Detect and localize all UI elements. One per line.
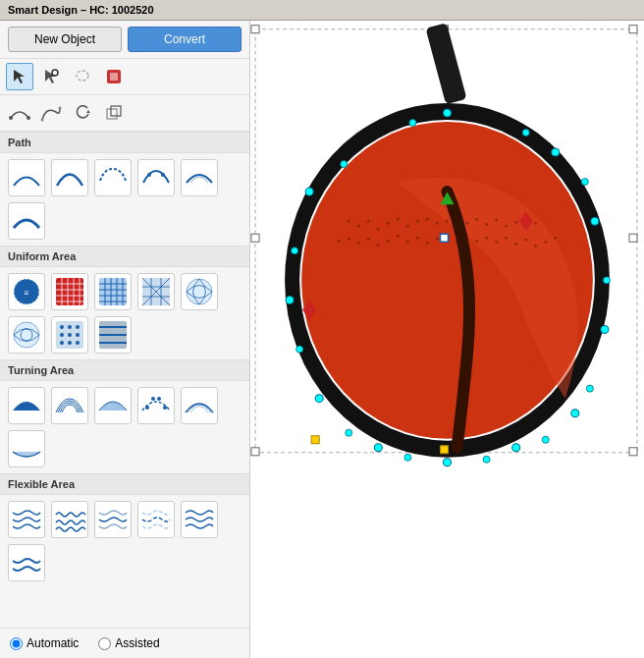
convert-button[interactable]: Convert bbox=[128, 27, 242, 52]
rotate-tool-icon[interactable] bbox=[69, 99, 96, 127]
svg-point-99 bbox=[387, 240, 390, 243]
svg-point-125 bbox=[601, 325, 609, 333]
svg-point-116 bbox=[554, 237, 557, 240]
uniform-item-1[interactable]: ≡ bbox=[8, 273, 45, 310]
turning-item-6[interactable] bbox=[8, 430, 45, 467]
path-item-2[interactable] bbox=[51, 159, 88, 196]
path-item-1[interactable] bbox=[8, 159, 45, 196]
toolbar-row-2 bbox=[0, 95, 249, 132]
uniform-item-3[interactable] bbox=[94, 273, 132, 310]
flexible-item-6[interactable] bbox=[8, 544, 45, 581]
svg-point-110 bbox=[495, 241, 498, 244]
assisted-radio-input[interactable] bbox=[98, 637, 111, 650]
flexible-item-2[interactable] bbox=[51, 501, 88, 538]
path-item-6[interactable] bbox=[8, 202, 45, 240]
color-tool-icon[interactable] bbox=[100, 63, 128, 90]
svg-point-135 bbox=[296, 346, 303, 353]
svg-point-48 bbox=[68, 333, 72, 337]
uniform-item-5[interactable] bbox=[181, 273, 218, 310]
svg-point-140 bbox=[586, 385, 593, 392]
svg-point-82 bbox=[426, 218, 429, 221]
svg-point-106 bbox=[456, 240, 458, 243]
turning-item-4[interactable] bbox=[137, 387, 175, 424]
svg-point-88 bbox=[485, 223, 488, 226]
uniform-item-6[interactable] bbox=[8, 316, 45, 354]
new-object-button[interactable]: New Object bbox=[8, 27, 122, 52]
svg-point-123 bbox=[512, 444, 520, 452]
svg-rect-11 bbox=[111, 106, 121, 116]
flexible-area-stitch-grid bbox=[0, 495, 249, 587]
assisted-radio[interactable]: Assisted bbox=[98, 636, 159, 650]
svg-rect-65 bbox=[251, 234, 259, 242]
top-buttons-row: New Object Convert bbox=[0, 21, 249, 59]
automatic-radio-input[interactable] bbox=[10, 637, 23, 650]
svg-point-7 bbox=[41, 119, 44, 122]
svg-point-91 bbox=[514, 221, 517, 224]
uniform-item-4[interactable] bbox=[137, 273, 175, 310]
svg-point-117 bbox=[443, 109, 451, 117]
svg-point-94 bbox=[338, 240, 341, 243]
svg-point-2 bbox=[77, 71, 88, 81]
path-item-4[interactable] bbox=[137, 159, 175, 196]
turning-area-stitch-grid bbox=[0, 381, 249, 473]
path-item-3[interactable] bbox=[94, 159, 132, 196]
svg-point-46 bbox=[76, 325, 80, 329]
svg-point-115 bbox=[544, 241, 547, 244]
uniform-item-8[interactable] bbox=[94, 316, 132, 354]
flexible-item-4[interactable] bbox=[137, 501, 175, 538]
svg-rect-145 bbox=[440, 234, 448, 242]
turning-item-2[interactable] bbox=[51, 387, 88, 424]
assisted-label: Assisted bbox=[115, 636, 159, 650]
svg-point-108 bbox=[475, 240, 478, 243]
svg-point-137 bbox=[404, 454, 411, 461]
svg-point-144 bbox=[409, 119, 416, 126]
duplicate-tool-icon[interactable] bbox=[100, 99, 128, 127]
uniform-item-7[interactable] bbox=[51, 316, 88, 354]
svg-point-138 bbox=[483, 456, 490, 463]
turning-item-5[interactable] bbox=[181, 387, 218, 424]
select-tool-icon[interactable] bbox=[6, 63, 33, 90]
flexible-item-1[interactable] bbox=[8, 501, 45, 538]
svg-point-103 bbox=[426, 242, 429, 245]
path-item-5[interactable] bbox=[181, 159, 218, 196]
uniform-area-section-label: Uniform Area bbox=[0, 246, 249, 267]
flexible-item-5[interactable] bbox=[181, 501, 218, 538]
svg-point-85 bbox=[456, 217, 458, 220]
svg-rect-129 bbox=[311, 436, 319, 444]
svg-point-50 bbox=[60, 341, 64, 345]
svg-point-142 bbox=[581, 179, 588, 186]
svg-point-57 bbox=[145, 406, 149, 410]
svg-marker-9 bbox=[86, 110, 90, 113]
svg-point-5 bbox=[9, 116, 13, 120]
reshape-tool-icon[interactable] bbox=[37, 63, 65, 90]
turning-item-1[interactable] bbox=[8, 387, 45, 424]
svg-point-95 bbox=[348, 238, 350, 241]
canvas-area[interactable] bbox=[250, 21, 644, 658]
svg-point-126 bbox=[591, 217, 599, 225]
svg-point-93 bbox=[534, 222, 537, 225]
svg-point-83 bbox=[436, 222, 439, 225]
main-layout: New Object Convert bbox=[0, 21, 644, 658]
svg-rect-62 bbox=[251, 26, 259, 33]
svg-point-121 bbox=[374, 444, 382, 452]
svg-point-90 bbox=[505, 225, 508, 228]
svg-point-111 bbox=[505, 237, 508, 240]
lasso-tool-icon[interactable] bbox=[69, 63, 96, 90]
turning-item-3[interactable] bbox=[94, 387, 132, 424]
svg-rect-64 bbox=[629, 26, 637, 33]
uniform-area-stitch-grid: ≡ bbox=[0, 267, 249, 359]
uniform-item-2[interactable] bbox=[51, 273, 88, 310]
svg-point-75 bbox=[357, 225, 360, 228]
arc-tool-icon[interactable] bbox=[6, 99, 33, 127]
svg-point-78 bbox=[387, 222, 390, 225]
svg-point-141 bbox=[603, 277, 610, 284]
svg-point-100 bbox=[397, 235, 400, 238]
canvas-svg bbox=[250, 21, 644, 658]
svg-point-114 bbox=[534, 245, 537, 247]
svg-point-40 bbox=[187, 279, 212, 304]
bezier-tool-icon[interactable] bbox=[37, 99, 65, 127]
automatic-radio[interactable]: Automatic bbox=[10, 636, 79, 650]
svg-rect-66 bbox=[629, 234, 637, 242]
flexible-item-3[interactable] bbox=[94, 501, 132, 538]
svg-point-136 bbox=[346, 429, 352, 436]
